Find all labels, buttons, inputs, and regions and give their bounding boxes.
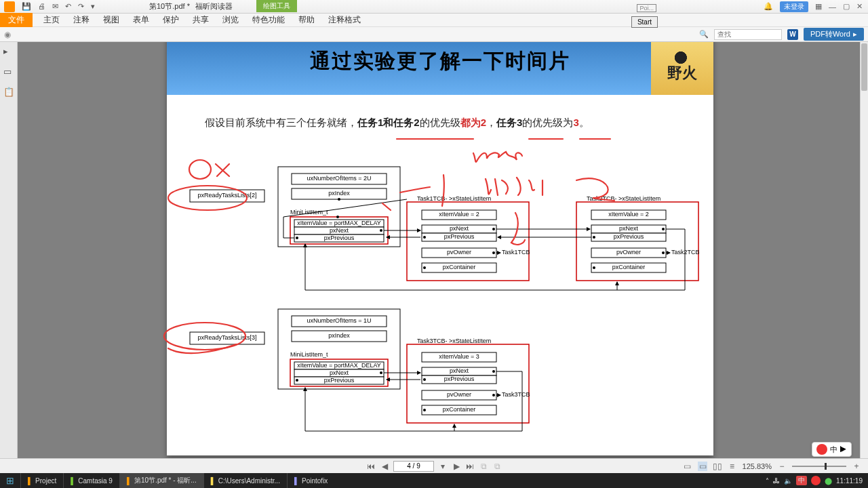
zoom-slider[interactable] xyxy=(792,466,846,467)
vertical-scrollbar[interactable] xyxy=(860,42,868,473)
view-mode-3-icon[interactable]: ▯▯ xyxy=(713,462,722,471)
pdf-to-word-button[interactable]: PDF转Word ▸ xyxy=(804,28,864,41)
svg-point-85 xyxy=(492,394,495,396)
ime-indicator[interactable]: 中 ⯈ xyxy=(812,442,852,457)
menu-view[interactable]: 视图 xyxy=(96,13,126,27)
clipboard-icon[interactable]: 📋 xyxy=(3,87,14,98)
page-dropdown-icon[interactable]: ▾ xyxy=(438,462,448,471)
taskbar-item-foxit[interactable]: ▌第10节.pdf * - 福昕... xyxy=(119,473,203,488)
print-icon[interactable]: 🖨 xyxy=(38,2,45,11)
svg-point-16 xyxy=(380,229,382,232)
windows-taskbar: ⊞ ▌Project ▌Camtasia 9 ▌第10节.pdf * - 福昕.… xyxy=(0,473,868,488)
tray-clock[interactable]: 11:11:19 xyxy=(836,477,863,485)
page-navigator: ⏮ ◀ ▾ ▶ ⏭ ⧉ ⧉ xyxy=(366,461,502,472)
mail-icon[interactable]: ✉ xyxy=(52,2,58,11)
taskbar-item-camtasia[interactable]: ▌Camtasia 9 xyxy=(63,473,119,488)
search-icon[interactable]: 🔍 xyxy=(699,30,709,39)
next-page-icon[interactable]: ▶ xyxy=(452,462,461,471)
svg-point-17 xyxy=(296,237,298,239)
svg-text:pxIndex: pxIndex xyxy=(328,332,350,339)
svg-text:pxPrevious: pxPrevious xyxy=(324,235,355,241)
view-mode-2-icon[interactable]: ▭ xyxy=(698,462,707,471)
bell-icon[interactable]: 🔔 xyxy=(764,2,773,11)
taskbar-item-explorer[interactable]: ▌C:\Users\Administr... xyxy=(203,473,287,488)
menu-help[interactable]: 帮助 xyxy=(292,13,321,27)
svg-point-69 xyxy=(296,379,298,382)
grid-icon[interactable]: ▦ xyxy=(815,2,822,11)
svg-text:pxPrevious: pxPrevious xyxy=(444,233,475,240)
tab-home-icon[interactable]: ◉ xyxy=(4,30,11,39)
file-menu[interactable]: 文件 xyxy=(0,13,33,27)
save-icon[interactable]: 💾 xyxy=(22,2,31,11)
tray-volume-icon[interactable]: 🔈 xyxy=(784,477,792,485)
document-canvas[interactable]: 通过实验更了解一下时间片 野火 假设目前系统中有三个任务就绪，任务1和任务2的优… xyxy=(18,42,860,473)
page-input[interactable] xyxy=(393,461,434,472)
zoom-out-icon[interactable]: − xyxy=(777,462,787,471)
app-icon xyxy=(4,1,15,12)
svg-text:xItemValue = portMAX_DELAY: xItemValue = portMAX_DELAY xyxy=(297,220,380,226)
status-right: ▭ ▭ ▯▯ ≡ 125.83% − + xyxy=(683,462,861,471)
nav-icon-b[interactable]: ⧉ xyxy=(492,462,502,471)
ribbon-menu: 文件 主页 注释 视图 表单 保护 共享 浏览 特色功能 帮助 注释格式 xyxy=(0,14,868,27)
search-input[interactable] xyxy=(714,29,782,40)
first-page-icon[interactable]: ⏮ xyxy=(366,462,376,471)
tray-sogou-icon[interactable] xyxy=(811,476,821,485)
nav-icon-a[interactable]: ⧉ xyxy=(479,462,488,471)
svg-text:Task3TCB- >xStateListItem: Task3TCB- >xStateListItem xyxy=(417,338,491,344)
menu-browse[interactable]: 浏览 xyxy=(216,13,245,27)
tray-net-icon[interactable]: 🖧 xyxy=(773,477,780,485)
quick-access-toolbar: 💾 🖨 ✉ ↶ ↷ ▾ xyxy=(22,2,95,11)
svg-point-84 xyxy=(423,378,426,381)
svg-text:Task3TCB: Task3TCB xyxy=(502,391,530,398)
svg-point-68 xyxy=(380,371,382,374)
prev-page-icon[interactable]: ◀ xyxy=(380,462,389,471)
svg-text:pxPrevious: pxPrevious xyxy=(444,375,475,382)
svg-text:pxNext: pxNext xyxy=(330,227,349,234)
menu-protect[interactable]: 保护 xyxy=(156,13,186,27)
svg-point-49 xyxy=(662,228,665,230)
svg-point-18 xyxy=(336,216,339,218)
svg-point-33 xyxy=(423,236,426,239)
view-mode-4-icon[interactable]: ≡ xyxy=(728,462,737,471)
slide-title: 通过实验更了解一下时间片 xyxy=(167,47,713,75)
zoom-in-icon[interactable]: + xyxy=(852,462,861,471)
pointofix-box[interactable]: Poi... xyxy=(637,4,656,12)
tray-globe-icon[interactable]: ⬤ xyxy=(825,477,832,485)
svg-text:xItemValue = 3: xItemValue = 3 xyxy=(439,353,479,360)
expand-icon[interactable]: ▸ xyxy=(3,46,14,57)
last-page-icon[interactable]: ⏭ xyxy=(465,462,475,471)
login-button[interactable]: 未登录 xyxy=(780,1,808,12)
menu-home[interactable]: 主页 xyxy=(37,13,66,27)
tray-lang[interactable]: 中 xyxy=(796,476,807,485)
svg-text:pxNext: pxNext xyxy=(330,369,349,376)
svg-point-52 xyxy=(593,266,595,269)
minimize-icon[interactable]: — xyxy=(829,3,836,11)
menu-annot-format[interactable]: 注释格式 xyxy=(321,13,368,27)
svg-text:Task2TCB- >xStateListItem: Task2TCB- >xStateListItem xyxy=(587,195,660,202)
close-icon[interactable]: ✕ xyxy=(856,2,863,11)
contextual-tab-label: 绘图工具 xyxy=(256,0,297,12)
title-bar: 💾 🖨 ✉ ↶ ↷ ▾ 第10节.pdf * 福昕阅读器 🔔 未登录 ▦ — ▢… xyxy=(0,0,868,14)
undo-icon[interactable]: ↶ xyxy=(65,2,71,11)
view-mode-1-icon[interactable]: ▭ xyxy=(683,462,692,471)
svg-text:pxNext: pxNext xyxy=(619,225,639,232)
svg-text:pvOwner: pvOwner xyxy=(447,249,471,256)
tray-chevron-icon[interactable]: ˄ xyxy=(766,477,769,485)
page-icon[interactable]: ▭ xyxy=(3,66,14,77)
svg-text:Task1TCB: Task1TCB xyxy=(502,249,530,256)
svg-point-86 xyxy=(423,409,426,411)
redo-icon[interactable]: ↷ xyxy=(78,2,84,11)
menu-share[interactable]: 共享 xyxy=(186,13,216,27)
start-button[interactable]: Start xyxy=(631,16,658,28)
start-menu-icon[interactable]: ⊞ xyxy=(0,475,20,486)
taskbar-item-pointofix[interactable]: ▌Pointofix xyxy=(287,473,334,488)
menu-features[interactable]: 特色功能 xyxy=(245,13,292,27)
slide-header: 通过实验更了解一下时间片 野火 xyxy=(167,42,713,95)
taskbar-item-project[interactable]: ▌Project xyxy=(20,473,63,488)
dropdown-icon[interactable]: ▾ xyxy=(91,2,95,11)
system-tray: ˄ 🖧 🔈 中 ⬤ 11:11:19 xyxy=(766,476,868,485)
menu-comment[interactable]: 注释 xyxy=(66,13,96,27)
menu-form[interactable]: 表单 xyxy=(126,13,156,27)
scrollbar-thumb[interactable] xyxy=(861,43,867,91)
restore-icon[interactable]: ▢ xyxy=(843,2,850,11)
